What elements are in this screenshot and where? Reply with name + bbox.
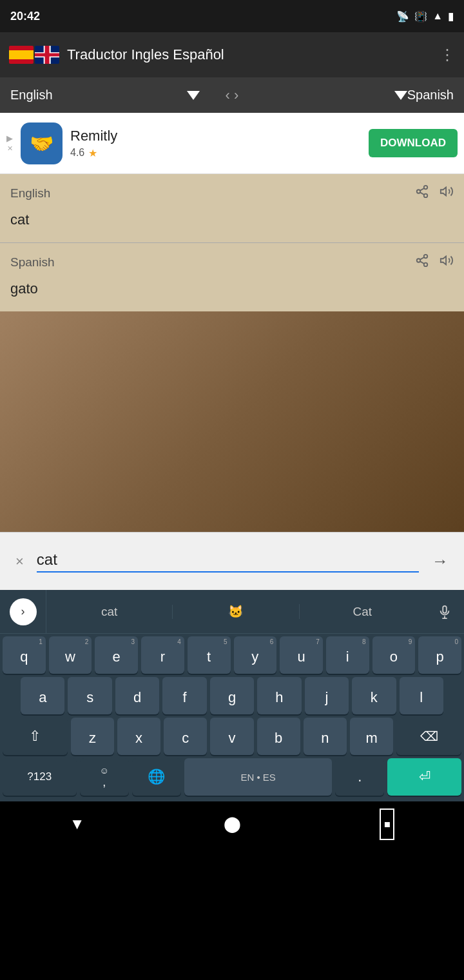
key-g[interactable]: g (210, 677, 254, 714)
key-a[interactable]: a (21, 677, 64, 714)
search-input[interactable] (37, 551, 419, 573)
status-icons: 📡 📳 ▲ ▮ (396, 10, 454, 23)
mic-button[interactable] (425, 605, 464, 619)
target-share-icon[interactable] (415, 253, 429, 271)
key-q[interactable]: 1q (3, 636, 46, 674)
key-i[interactable]: 8i (326, 636, 369, 674)
expand-circle-button[interactable]: › (10, 598, 37, 625)
key-x[interactable]: x (117, 718, 160, 755)
clear-button[interactable]: × (10, 548, 29, 575)
svg-marker-5 (441, 188, 446, 196)
source-actions (415, 184, 454, 202)
svg-line-4 (420, 188, 424, 191)
ad-rating-value: 4.6 (70, 147, 84, 159)
expand-suggestions[interactable]: › (0, 590, 46, 633)
key-t[interactable]: 5t (188, 636, 231, 674)
key-w[interactable]: 2w (49, 636, 92, 674)
key-globe[interactable]: 🌐 (132, 758, 181, 796)
suggestions-list: cat 🐱 Cat (46, 604, 425, 619)
app-title: Traductor Ingles Español (67, 46, 432, 63)
ad-close-icon[interactable]: ✕ (7, 144, 13, 153)
key-n[interactable]: n (304, 718, 347, 755)
key-p[interactable]: 0p (418, 636, 461, 674)
target-audio-icon[interactable] (440, 253, 454, 271)
back-button[interactable]: ▼ (70, 815, 85, 833)
key-y[interactable]: 6y (234, 636, 277, 674)
key-h[interactable]: h (257, 677, 301, 714)
recent-apps-button[interactable]: ▪ (380, 808, 394, 840)
target-translation-box: Spanish gato (0, 243, 464, 311)
key-comma[interactable]: ☺ , (80, 758, 129, 796)
source-lang-button[interactable]: English (0, 77, 213, 113)
lang-bar: English ‹ › Spanish (0, 77, 464, 113)
cast-icon: 📡 (396, 10, 409, 23)
source-share-icon[interactable] (415, 184, 429, 202)
key-e[interactable]: 3e (95, 636, 138, 674)
suggestions-bar: › cat 🐱 Cat (0, 590, 464, 634)
back-icon: ▼ (70, 815, 85, 833)
source-audio-icon[interactable] (440, 184, 454, 202)
bottom-nav: ▼ ⬤ ▪ (0, 801, 464, 847)
swap-languages-button[interactable]: ‹ › (213, 87, 251, 104)
status-bar: 20:42 📡 📳 ▲ ▮ (0, 0, 464, 32)
key-l[interactable]: l (400, 677, 443, 714)
main-content: English cat (0, 174, 464, 532)
key-enter[interactable]: ⏎ (387, 758, 461, 796)
key-period[interactable]: . (335, 758, 384, 796)
key-d[interactable]: d (115, 677, 159, 714)
key-m[interactable]: m (350, 718, 393, 755)
ad-info: Remitly 4.6 ★ (70, 128, 361, 159)
key-k[interactable]: k (352, 677, 396, 714)
svg-line-10 (420, 257, 424, 260)
key-backspace[interactable]: ⌫ (396, 718, 461, 755)
home-button[interactable]: ⬤ (224, 815, 241, 833)
key-z[interactable]: z (71, 718, 114, 755)
key-s[interactable]: s (68, 677, 111, 714)
svg-point-8 (424, 263, 428, 267)
key-row-4: ?123 ☺ , 🌐 EN • ES . ⏎ (3, 758, 461, 796)
keyboard: › cat 🐱 Cat 1q 2w 3e 4r 5t 6y 7u 8i 9o (0, 590, 464, 801)
battery-icon: ▮ (448, 10, 454, 23)
ad-star-icon: ★ (88, 147, 97, 159)
key-f[interactable]: f (162, 677, 206, 714)
key-shift[interactable]: ⇧ (3, 718, 68, 755)
key-b[interactable]: b (257, 718, 300, 755)
vibrate-icon: 📳 (414, 10, 427, 23)
target-lang-button[interactable]: Spanish (251, 77, 464, 113)
key-c[interactable]: c (164, 718, 207, 755)
expand-icon: › (21, 605, 25, 618)
uk-flag (35, 46, 59, 64)
clear-icon: × (15, 553, 24, 569)
ad-download-button[interactable]: DOWNLOAD (369, 129, 458, 157)
source-lang-arrow (187, 91, 200, 100)
svg-line-3 (420, 192, 424, 195)
input-bar: × → (0, 532, 464, 590)
key-j[interactable]: j (305, 677, 349, 714)
key-u[interactable]: 7u (280, 636, 323, 674)
ad-app-name: Remitly (70, 128, 361, 144)
app-flags (9, 46, 59, 64)
source-lang-label: English (10, 88, 53, 103)
suggestion-cat[interactable]: cat (46, 605, 173, 619)
svg-point-7 (417, 259, 421, 262)
svg-point-1 (417, 190, 421, 193)
ad-icon-image: 🤝 (30, 132, 53, 155)
key-space[interactable]: EN • ES (184, 758, 332, 796)
key-r[interactable]: 4r (141, 636, 184, 674)
submit-button[interactable]: → (427, 546, 454, 576)
source-text[interactable]: cat (10, 208, 454, 236)
ad-app-icon: 🤝 (21, 122, 63, 164)
key-symbols[interactable]: ?123 (3, 758, 77, 796)
suggestion-Cat-cap[interactable]: Cat (300, 605, 425, 619)
key-o[interactable]: 9o (372, 636, 416, 674)
menu-button[interactable]: ⋮ (440, 46, 455, 64)
suggestion-cat-emoji[interactable]: 🐱 (173, 604, 299, 619)
source-translation-box: English cat (0, 174, 464, 242)
svg-point-6 (424, 255, 428, 259)
recent-icon: ▪ (380, 808, 394, 840)
app-bar: Traductor Ingles Español ⋮ (0, 32, 464, 77)
svg-marker-11 (441, 257, 446, 265)
key-row-2: a s d f g h j k l (3, 677, 461, 714)
key-v[interactable]: v (210, 718, 253, 755)
swap-icon: ‹ › (226, 87, 239, 104)
